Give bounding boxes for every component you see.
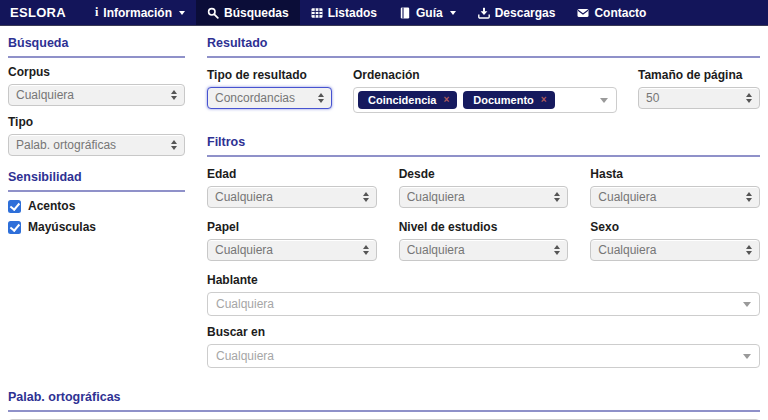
nivel-estudios-value: Cualquiera <box>407 243 549 257</box>
nivel-estudios-select[interactable]: Cualquiera <box>399 239 569 261</box>
hasta-value: Cualquiera <box>598 190 740 204</box>
section-filtros: Filtros Edad Cualquiera Desde Cualquiera <box>207 135 760 368</box>
select-stepper-icon <box>171 140 177 150</box>
ordenacion-pills: Coincidencia × Documento × <box>358 91 594 109</box>
section-title-sensibilidad: Sensibilidad <box>8 170 185 192</box>
ordenacion-multiselect[interactable]: Coincidencia × Documento × <box>353 87 617 113</box>
nav-item-label: Información <box>103 6 172 20</box>
select-stepper-icon <box>554 245 560 255</box>
papel-label: Papel <box>207 220 377 234</box>
desde-select[interactable]: Cualquiera <box>399 186 569 208</box>
mayusculas-label: Mayúsculas <box>28 220 96 234</box>
tamano-pagina-value: 50 <box>646 91 740 105</box>
edad-select[interactable]: Cualquiera <box>207 186 377 208</box>
hasta-label: Hasta <box>590 167 760 181</box>
desde-label: Desde <box>399 167 569 181</box>
select-stepper-icon <box>746 192 752 202</box>
sexo-label: Sexo <box>590 220 760 234</box>
left-column: Búsqueda Corpus Cualquiera Tipo Palab. o… <box>8 36 185 377</box>
buscar-en-label: Buscar en <box>207 325 760 339</box>
edad-label: Edad <box>207 167 377 181</box>
select-stepper-icon <box>363 192 369 202</box>
edad-value: Cualquiera <box>215 190 357 204</box>
info-icon: i <box>95 5 98 20</box>
section-palabras-ortograficas: Palab. ortográficas <box>8 390 760 420</box>
remove-tag-icon[interactable]: × <box>443 95 449 105</box>
ordenacion-tag-documento[interactable]: Documento × <box>463 91 554 109</box>
hasta-select[interactable]: Cualquiera <box>590 186 760 208</box>
nav-item-busquedas[interactable]: Búsquedas <box>196 0 300 25</box>
section-title-filtros: Filtros <box>207 135 760 157</box>
tag-label: Coincidencia <box>368 94 436 106</box>
papel-value: Cualquiera <box>215 243 357 257</box>
sexo-value: Cualquiera <box>598 243 740 257</box>
hablante-placeholder: Cualquiera <box>216 297 737 311</box>
select-stepper-icon <box>746 245 752 255</box>
remove-tag-icon[interactable]: × <box>541 95 547 105</box>
tag-label: Documento <box>473 94 534 106</box>
section-resultado: Resultado Tipo de resultado Concordancia… <box>207 36 760 122</box>
ordenacion-label: Ordenación <box>353 68 617 82</box>
nav-item-contacto[interactable]: Contacto <box>566 0 657 25</box>
chevron-down-icon <box>743 302 751 307</box>
nav-item-label: Descargas <box>495 6 556 20</box>
corpus-select[interactable]: Cualquiera <box>8 84 185 106</box>
checkbox-row-mayusculas: Mayúsculas <box>8 220 185 234</box>
acentos-checkbox[interactable] <box>8 200 21 213</box>
corpus-select-value: Cualquiera <box>16 88 165 102</box>
acentos-label: Acentos <box>28 199 75 213</box>
section-title-palabras: Palab. ortográficas <box>8 390 760 412</box>
tipo-select[interactable]: Palab. ortográficas <box>8 134 185 156</box>
top-navbar: ESLORA i Información Búsquedas Listados … <box>0 0 768 26</box>
corpus-label: Corpus <box>8 65 185 79</box>
select-stepper-icon <box>318 93 324 103</box>
section-title-resultado: Resultado <box>207 36 760 58</box>
nav-item-guia[interactable]: Guía <box>388 0 467 25</box>
download-icon <box>478 7 490 19</box>
chevron-down-icon <box>600 98 608 103</box>
nav-item-descargas[interactable]: Descargas <box>467 0 567 25</box>
nav-item-listados[interactable]: Listados <box>300 0 388 25</box>
nav-item-label: Búsquedas <box>224 6 289 20</box>
tipo-resultado-select[interactable]: Concordancias <box>207 87 332 109</box>
buscar-en-placeholder: Cualquiera <box>216 349 737 363</box>
sexo-select[interactable]: Cualquiera <box>590 239 760 261</box>
chevron-down-icon <box>179 11 185 15</box>
tipo-resultado-label: Tipo de resultado <box>207 68 332 82</box>
chevron-down-icon <box>450 11 456 15</box>
nivel-estudios-label: Nivel de estudios <box>399 220 569 234</box>
tipo-select-value: Palab. ortográficas <box>16 138 165 152</box>
nav-item-label: Guía <box>416 6 443 20</box>
right-column: Resultado Tipo de resultado Concordancia… <box>207 36 760 377</box>
mayusculas-checkbox[interactable] <box>8 221 21 234</box>
select-stepper-icon <box>171 90 177 100</box>
section-sensibilidad: Sensibilidad Acentos Mayúsculas <box>8 170 185 234</box>
book-icon <box>399 7 411 19</box>
brand-logo[interactable]: ESLORA <box>10 0 66 25</box>
ordenacion-tag-coincidencia[interactable]: Coincidencia × <box>358 91 457 109</box>
search-form: Búsqueda Corpus Cualquiera Tipo Palab. o… <box>0 26 768 420</box>
buscar-en-select[interactable]: Cualquiera <box>207 344 760 368</box>
select-stepper-icon <box>746 93 752 103</box>
tamano-pagina-label: Tamaño de página <box>638 68 760 82</box>
hablante-select[interactable]: Cualquiera <box>207 292 760 316</box>
section-busqueda: Búsqueda Corpus Cualquiera Tipo Palab. o… <box>8 36 185 156</box>
table-icon <box>311 7 323 19</box>
chevron-down-icon <box>743 354 751 359</box>
desde-value: Cualquiera <box>407 190 549 204</box>
select-stepper-icon <box>363 245 369 255</box>
tipo-resultado-value: Concordancias <box>215 91 312 105</box>
section-title-busqueda: Búsqueda <box>8 36 185 58</box>
papel-select[interactable]: Cualquiera <box>207 239 377 261</box>
tipo-label: Tipo <box>8 115 185 129</box>
nav-item-label: Contacto <box>594 6 646 20</box>
envelope-icon <box>577 7 589 19</box>
tamano-pagina-select[interactable]: 50 <box>638 87 760 109</box>
nav-item-label: Listados <box>328 6 377 20</box>
checkbox-row-acentos: Acentos <box>8 199 185 213</box>
select-stepper-icon <box>554 192 560 202</box>
nav-item-informacion[interactable]: i Información <box>84 0 196 25</box>
hablante-label: Hablante <box>207 273 760 287</box>
search-icon <box>207 7 219 19</box>
